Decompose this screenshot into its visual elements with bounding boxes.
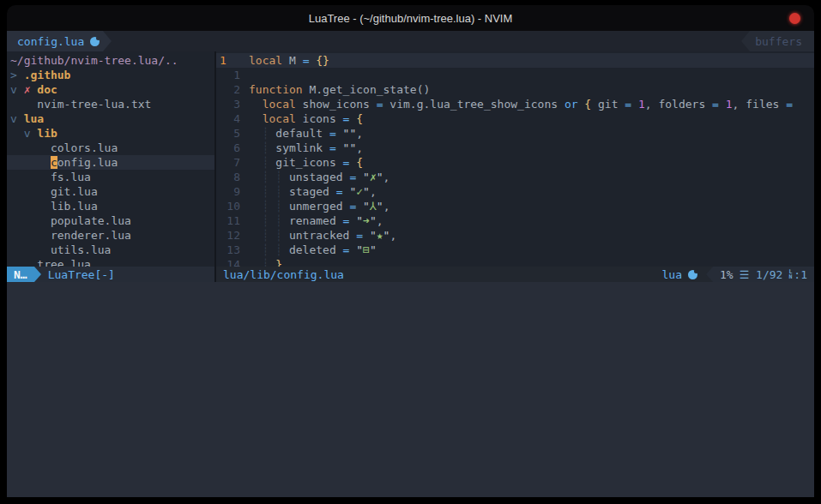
window-title: LuaTree - (~/github/nvim-tree.lua) - NVI… — [309, 12, 513, 25]
tree-row[interactable]: populate.lua — [7, 213, 214, 228]
powerline-arrow-left-icon — [706, 267, 713, 282]
code-line[interactable]: 11 ┊ ┊ renamed = "➜", — [216, 213, 814, 228]
tree-row[interactable]: utils.lua — [7, 243, 214, 257]
line-number: 1 — [220, 68, 240, 82]
line-number: 9 — [220, 184, 240, 199]
line-number: 8 — [220, 170, 240, 184]
tree-row[interactable]: colors.lua — [7, 141, 214, 155]
powerline-arrow-right-icon — [103, 31, 112, 51]
tree-row[interactable]: renderer.lua — [7, 228, 214, 243]
line-number: 4 — [220, 111, 240, 126]
tree-row[interactable]: tree.lua — [7, 257, 214, 267]
lua-moon-icon — [90, 37, 100, 46]
line-number: 14 — [220, 257, 240, 267]
code-line[interactable]: 4 local icons = { — [216, 111, 814, 126]
tree-row[interactable]: v ✗ doc — [7, 82, 214, 97]
code-line[interactable]: 6 ┊ symlink = "", — [216, 141, 814, 155]
scroll-percent: 1% — [720, 267, 733, 282]
line-number: 7 — [220, 155, 240, 170]
line-number: 12 — [220, 228, 240, 243]
powerline-arrow-left-icon — [741, 31, 750, 51]
code-line[interactable]: 7 ┊ git_icons = { — [216, 155, 814, 170]
lua-moon-icon — [688, 270, 697, 279]
code-line[interactable]: 1local M = {} — [216, 53, 814, 68]
code-line[interactable]: 14 ┊ }, — [216, 257, 814, 267]
code-line[interactable]: 2function M.get_icon_state() — [216, 82, 814, 97]
line-number: 3 — [220, 97, 240, 111]
line-number: 10 — [220, 199, 240, 213]
tree-row[interactable]: v lib — [7, 126, 214, 141]
buffers-label[interactable]: buffers — [750, 31, 814, 51]
code-line[interactable]: 5 ┊ default = "", — [216, 126, 814, 141]
command-line[interactable] — [7, 282, 814, 497]
line-number-icon: LN — [788, 269, 792, 279]
line-number: 2 — [220, 82, 240, 97]
tree-row[interactable]: nvim-tree-lua.txt — [7, 97, 214, 111]
column-indicator: LN:1 — [788, 267, 807, 282]
code-panel: 1local M = {}12function M.get_icon_state… — [216, 51, 814, 267]
statusline-position: 1% ☰ 1/92 LN:1 — [713, 267, 814, 282]
code-line[interactable]: 8 ┊ ┊ unstaged = "✗", — [216, 170, 814, 184]
statusline-filetype: lua — [661, 267, 705, 282]
tree-row[interactable]: v lua — [7, 111, 214, 126]
window-titlebar: LuaTree - (~/github/nvim-tree.lua) - NVI… — [7, 5, 814, 31]
tabline: config.lua buffers — [7, 31, 814, 51]
code-line[interactable]: 13 ┊ ┊ deleted = "⊟" — [216, 243, 814, 257]
editor-main: ~/github/nvim-tree.lua/..> .githubv ✗ do… — [7, 51, 814, 267]
tree-row[interactable]: git.lua — [7, 184, 214, 199]
code-line[interactable]: 1 — [216, 68, 814, 82]
line-number: 11 — [220, 213, 240, 228]
tree-row[interactable]: fs.lua — [7, 170, 214, 184]
statusline-file: lua/lib/config.lua lua 1% ☰ 1/92 LN:1 — [216, 267, 814, 282]
tree-row[interactable]: ~/github/nvim-tree.lua/.. — [7, 53, 214, 68]
code-line[interactable]: 10 ┊ ┊ unmerged = "⅄", — [216, 199, 814, 213]
tree-row[interactable]: config.lua — [7, 155, 214, 170]
line-number: 5 — [220, 126, 240, 141]
line-number: 6 — [220, 141, 240, 155]
code-line[interactable]: 9 ┊ ┊ staged = "✓", — [216, 184, 814, 199]
mode-indicator: N… — [7, 267, 34, 282]
code-line[interactable]: 3 local show_icons = vim.g.lua_tree_show… — [216, 97, 814, 111]
line-number: 13 — [220, 243, 240, 257]
tab-label: config.lua — [17, 34, 84, 49]
file-tree-panel: ~/github/nvim-tree.lua/..> .githubv ✗ do… — [7, 51, 214, 267]
tab-config-lua[interactable]: config.lua — [7, 31, 103, 51]
tree-row[interactable]: > .github — [7, 68, 214, 82]
statusline-tree: N… LuaTree[-] — [7, 267, 214, 282]
tree-cursor: c — [51, 156, 57, 169]
code-line[interactable]: 12 ┊ ┊ untracked = "★", — [216, 228, 814, 243]
statusline-buffer-name: LuaTree[-] — [41, 267, 115, 282]
tree-row[interactable]: lib.lua — [7, 199, 214, 213]
statusline: N… LuaTree[-] lua/lib/config.lua lua 1% … — [7, 267, 814, 282]
close-button[interactable] — [789, 13, 800, 24]
line-count-indicator: ☰ 1/92 — [740, 267, 783, 282]
statusline-filepath: lua/lib/config.lua — [216, 267, 344, 282]
terminal-window: config.lua buffers ~/github/nvim-tree.lu… — [7, 31, 814, 497]
powerline-arrow-right-icon — [34, 267, 41, 282]
filetype-label: lua — [661, 267, 681, 282]
line-number: 1 — [220, 53, 240, 68]
